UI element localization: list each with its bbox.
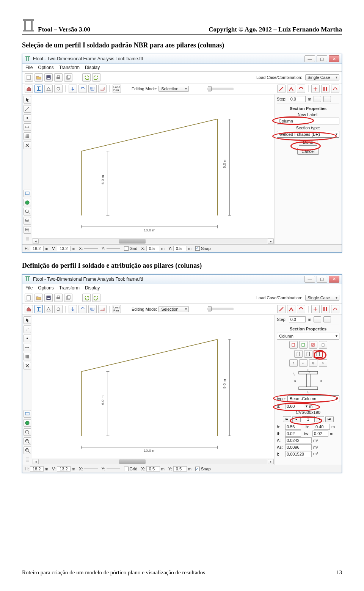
apply-element-icon[interactable]: ⎡⎤	[294, 350, 303, 358]
copy-button[interactable]	[64, 294, 72, 302]
maximize-button[interactable]: ▢	[317, 276, 327, 283]
nav-next-icon[interactable]: ▸	[316, 416, 324, 422]
print-button[interactable]	[54, 294, 63, 302]
tool-hinge-icon[interactable]	[54, 305, 63, 313]
d-input[interactable]: 0.60	[285, 403, 304, 409]
result-2-icon[interactable]	[321, 85, 329, 93]
redo-button[interactable]	[92, 294, 100, 302]
orient-1-icon[interactable]: ↕	[289, 359, 298, 367]
grid-check[interactable]	[124, 467, 129, 471]
scroll-right-icon[interactable]: ▸	[268, 459, 274, 464]
cursor-icon[interactable]	[24, 96, 31, 104]
scroll-right-icon[interactable]: ▸	[268, 239, 274, 244]
undo-button[interactable]	[82, 294, 91, 302]
apply-all-icon[interactable]: ⎡⎤	[304, 350, 312, 358]
menu-options[interactable]: Options	[38, 65, 53, 70]
maximize-button[interactable]: ▢	[317, 55, 327, 62]
dimension-tool-icon[interactable]	[24, 123, 31, 131]
load-comb-select[interactable]: Single Case	[305, 74, 339, 80]
snap-check[interactable]	[195, 467, 200, 471]
load-comb-select[interactable]: Single Case	[305, 295, 339, 301]
grid-tool-icon[interactable]	[24, 353, 31, 360]
save-file-button[interactable]	[44, 73, 53, 82]
new-file-button[interactable]	[25, 294, 33, 302]
minimize-button[interactable]: —	[304, 276, 315, 283]
canvas[interactable]: 6.0 m 9.0 m 10.0 m ◂ ▸	[32, 94, 274, 244]
snap-check[interactable]	[195, 246, 200, 251]
zoom-out-icon[interactable]	[24, 217, 31, 225]
minimize-button[interactable]: —	[304, 55, 315, 62]
section-new-icon[interactable]	[289, 341, 298, 349]
result-3-icon[interactable]	[331, 305, 339, 313]
tool-moment-icon[interactable]	[78, 305, 87, 313]
nav-index[interactable]: 1	[302, 416, 315, 422]
diagram-n-icon[interactable]	[277, 305, 286, 313]
orient-3-icon[interactable]: ⊕	[309, 359, 317, 367]
tool-force-icon[interactable]	[69, 85, 77, 93]
menu-transform[interactable]: Transform	[59, 65, 80, 70]
result-1-icon[interactable]	[311, 305, 320, 313]
dimension-tool-icon[interactable]	[24, 344, 31, 351]
orient-2-icon[interactable]: ↔	[299, 359, 308, 367]
delete-tool-icon[interactable]	[24, 362, 31, 369]
undo-button[interactable]	[82, 73, 91, 82]
nav-last-icon[interactable]: ⏭	[325, 416, 334, 422]
tool-temp-icon[interactable]	[98, 85, 107, 93]
nav-first-icon[interactable]: ⏮	[283, 416, 291, 422]
tool-hinge-icon[interactable]	[54, 85, 63, 93]
section-name-select[interactable]: Column	[277, 333, 339, 340]
section-edit-icon[interactable]	[299, 341, 308, 349]
tool-home-icon[interactable]	[25, 305, 33, 313]
tool-support-icon[interactable]	[44, 85, 53, 93]
scroll-left-icon[interactable]: ◂	[33, 239, 39, 244]
diagram-m-icon[interactable]	[297, 85, 305, 93]
view-monitor-icon[interactable]	[24, 190, 31, 197]
close-button[interactable]: ✕	[329, 276, 339, 283]
scroll-left-icon[interactable]: ◂	[33, 459, 39, 464]
result-3-icon[interactable]	[331, 85, 339, 93]
close-button[interactable]: ✕	[329, 55, 339, 62]
section-name-input[interactable]: Column	[277, 118, 339, 124]
menu-display[interactable]: Display	[85, 65, 100, 70]
tool-temp-icon[interactable]	[98, 305, 107, 313]
tool-force-icon[interactable]	[69, 305, 77, 313]
zoom-fit-icon[interactable]	[24, 208, 31, 215]
type-select[interactable]: Beam-Column	[287, 395, 339, 402]
editing-mode-select[interactable]: Selection	[158, 86, 189, 92]
redo-button[interactable]	[92, 73, 100, 82]
nav-prev-icon[interactable]: ◂	[292, 416, 301, 422]
save-file-button[interactable]	[44, 294, 53, 302]
zoom-fit-icon[interactable]	[24, 428, 31, 436]
tool-loadcase-icon[interactable]: LoadPan	[113, 305, 121, 313]
scale-slider[interactable]	[207, 308, 234, 310]
tool-distload-icon[interactable]	[88, 305, 97, 313]
diagram-n-icon[interactable]	[277, 85, 286, 93]
grid-check[interactable]	[124, 246, 129, 251]
apply-selected-icon[interactable]: ⎡⎤	[314, 350, 322, 358]
open-file-button[interactable]	[35, 294, 43, 302]
delete-tool-icon[interactable]	[24, 141, 31, 149]
canvas[interactable]: 6.0 m 9.0 m 10.0 m ◂ ▸	[32, 315, 274, 465]
cancel-button[interactable]: Cancel	[297, 148, 318, 155]
zoom-out-icon[interactable]	[24, 437, 31, 445]
view-globe-icon[interactable]	[24, 419, 31, 427]
tool-distload-icon[interactable]	[88, 85, 97, 93]
view-globe-icon[interactable]	[24, 199, 31, 206]
tool-loadcase-icon[interactable]: LoadPan	[113, 85, 121, 93]
tool-i-section-icon[interactable]	[35, 85, 43, 93]
cursor-icon[interactable]	[24, 316, 31, 324]
step-next-icon[interactable]	[323, 96, 331, 102]
step-input[interactable]: 0.0	[289, 96, 306, 102]
status-X[interactable]	[84, 248, 98, 249]
step-input[interactable]: 0.0	[289, 316, 306, 322]
grid-tool-icon[interactable]	[24, 132, 31, 140]
result-1-icon[interactable]	[311, 85, 320, 93]
node-tool-icon[interactable]	[24, 335, 31, 342]
zoom-in-icon[interactable]	[24, 446, 31, 454]
diagram-m-icon[interactable]	[297, 305, 305, 313]
menu-file[interactable]: File	[25, 285, 33, 291]
line-tool-icon[interactable]	[24, 105, 31, 113]
tool-i-section-icon[interactable]	[35, 305, 43, 313]
h-scrollbar[interactable]: ◂ ▸	[32, 238, 274, 244]
copy-button[interactable]	[64, 73, 72, 82]
